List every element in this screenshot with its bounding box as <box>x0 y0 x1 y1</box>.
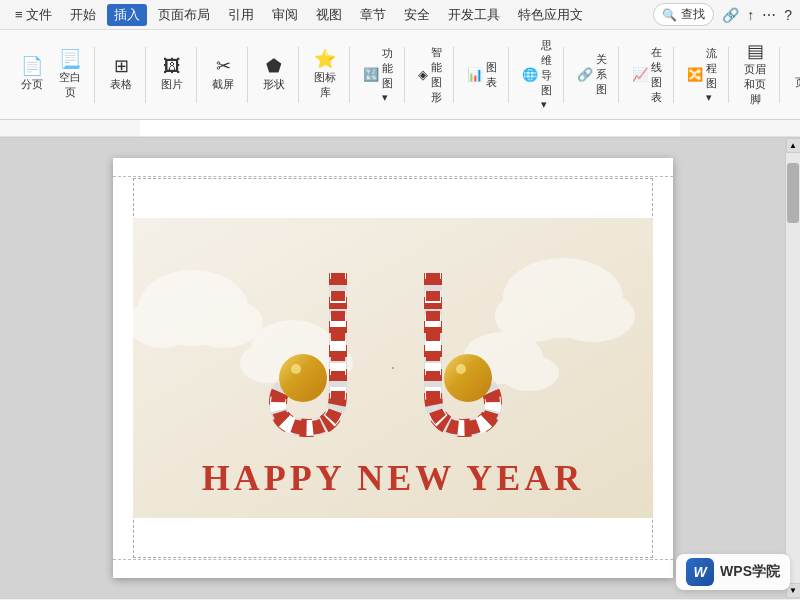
wps-badge[interactable]: W WPS学院 <box>676 554 790 590</box>
flowchart-icon: 🔀 <box>687 67 703 82</box>
svg-point-9 <box>551 290 635 342</box>
menu-start[interactable]: 开始 <box>63 4 103 26</box>
mindmap-label: 思维导图▾ <box>541 38 552 111</box>
smartshape-button[interactable]: ◈ 智能图形 <box>413 43 447 107</box>
table-label: 表格 <box>110 77 132 92</box>
help-icon[interactable]: ? <box>784 7 792 23</box>
menu-features[interactable]: 特色应用文 <box>511 4 590 26</box>
shapes-label: 形状 <box>263 77 285 92</box>
menu-devtools[interactable]: 开发工具 <box>441 4 507 26</box>
ribbon-group-screenshot: ✂ 截屏 <box>199 47 248 103</box>
title-right-icons: 🔍 查找 🔗 ↑ ⋯ ? <box>653 3 792 26</box>
menu-chapter[interactable]: 章节 <box>353 4 393 26</box>
insert-image-button[interactable]: 🖼 图片 <box>154 54 190 95</box>
chart-label: 图表 <box>486 60 497 90</box>
svg-point-19 <box>456 364 466 374</box>
share-icon[interactable]: 🔗 <box>722 7 739 23</box>
document-scroll[interactable]: HAPPY NEW YEAR <box>0 138 785 598</box>
document-page: HAPPY NEW YEAR <box>113 158 673 578</box>
search-label: 查找 <box>681 6 705 23</box>
menu-layout[interactable]: 页面布局 <box>151 4 217 26</box>
ribbon-group-table: ⊞ 表格 <box>97 47 146 103</box>
onlinechart-label: 在线图表 <box>651 45 662 105</box>
insert-table-button[interactable]: ⊞ 表格 <box>103 54 139 95</box>
wps-logo-letter: W <box>694 564 707 580</box>
shapes-button[interactable]: ⬟ 形状 <box>256 54 292 95</box>
scrollbar-track[interactable] <box>786 153 800 583</box>
reldiagram-label: 关系图 <box>596 52 607 97</box>
iconlib-button[interactable]: ⭐ 图标库 <box>307 47 343 103</box>
blank-page-label: 空白页 <box>57 70 83 100</box>
headerfooter-button[interactable]: ▤ 页眉和页脚 <box>737 39 773 110</box>
card-image: HAPPY NEW YEAR <box>133 218 653 518</box>
reldiagram-button[interactable]: 🔗 关系图 <box>572 50 612 99</box>
vertical-scrollbar[interactable]: ▲ ▼ <box>785 138 800 598</box>
ribbon-group-page: 📄 分页 📃 空白页 <box>8 47 95 103</box>
reldiagram-icon: 🔗 <box>577 67 593 82</box>
ribbon-group-mindmap: 🌐 思维导图▾ <box>511 47 564 103</box>
pagenumber-button[interactable]: # 页码 <box>788 56 800 93</box>
ribbon-group-shapes: ⬟ 形状 <box>250 47 299 103</box>
ribbon-group-iconlib: ⭐ 图标库 <box>301 47 350 103</box>
ribbon-group-onlinechart: 📈 在线图表 <box>621 47 674 103</box>
card-decoration-svg: HAPPY NEW YEAR <box>133 218 653 518</box>
svg-rect-1 <box>140 120 680 138</box>
export-icon[interactable]: ↑ <box>747 7 754 23</box>
mindmap-button[interactable]: 🌐 思维导图▾ <box>517 36 557 113</box>
document-area: HAPPY NEW YEAR ▲ ▼ <box>0 138 800 598</box>
blank-page-icon: 📃 <box>59 50 81 68</box>
smartshape-icon: ◈ <box>418 67 428 82</box>
insert-blank-page-button[interactable]: 📃 空白页 <box>52 47 88 103</box>
svg-point-18 <box>444 354 492 402</box>
menu-insert[interactable]: 插入 <box>107 4 147 26</box>
svg-text:HAPPY NEW YEAR: HAPPY NEW YEAR <box>201 458 584 498</box>
table-icon: ⊞ <box>114 57 129 75</box>
ribbon-group-pagenumber: # 页码 <box>782 47 800 103</box>
funcdiagram-icon: 🔣 <box>363 67 379 82</box>
menu-bar: ≡ 文件 开始 插入 页面布局 引用 审阅 视图 章节 安全 开发工具 特色应用… <box>8 4 653 26</box>
headerfooter-icon: ▤ <box>747 42 764 60</box>
svg-point-16 <box>279 354 327 402</box>
menu-ref[interactable]: 引用 <box>221 4 261 26</box>
search-box[interactable]: 🔍 查找 <box>653 3 714 26</box>
insert-page-break-button[interactable]: 📄 分页 <box>14 54 50 95</box>
ribbon-group-smartshape: ◈ 智能图形 <box>407 47 454 103</box>
shapes-icon: ⬟ <box>266 57 282 75</box>
smartshape-label: 智能图形 <box>431 45 442 105</box>
onlinechart-button[interactable]: 📈 在线图表 <box>627 43 667 107</box>
flowchart-button[interactable]: 🔀 流程图▾ <box>682 44 722 106</box>
search-icon: 🔍 <box>662 8 677 22</box>
ribbon-group-funcdiagram: 🔣 功能图▾ <box>352 47 405 103</box>
mindmap-icon: 🌐 <box>522 67 538 82</box>
more-icon[interactable]: ⋯ <box>762 7 776 23</box>
image-icon: 🖼 <box>163 57 181 75</box>
ribbon-group-image: 🖼 图片 <box>148 47 197 103</box>
page-break-label: 分页 <box>21 77 43 92</box>
ribbon-group-chart: 📊 图表 <box>456 47 509 103</box>
screenshot-icon: ✂ <box>216 57 231 75</box>
title-bar: ≡ 文件 开始 插入 页面布局 引用 审阅 视图 章节 安全 开发工具 特色应用… <box>0 0 800 30</box>
iconlib-icon: ⭐ <box>314 50 336 68</box>
svg-point-17 <box>291 364 301 374</box>
flowchart-label: 流程图▾ <box>706 46 717 104</box>
card-background: HAPPY NEW YEAR <box>133 218 653 518</box>
screenshot-button[interactable]: ✂ 截屏 <box>205 54 241 95</box>
menu-security[interactable]: 安全 <box>397 4 437 26</box>
scrollbar-thumb[interactable] <box>787 163 799 223</box>
funcdiagram-button[interactable]: 🔣 功能图▾ <box>358 44 398 106</box>
onlinechart-icon: 📈 <box>632 67 648 82</box>
chart-button[interactable]: 📊 图表 <box>462 58 502 92</box>
ribbon-group-headerfooter: ▤ 页眉和页脚 <box>731 47 780 103</box>
file-menu[interactable]: ≡ 文件 <box>8 4 59 26</box>
headerfooter-label: 页眉和页脚 <box>742 62 768 107</box>
svg-point-15 <box>499 355 559 391</box>
ribbon: 📄 分页 📃 空白页 ⊞ 表格 🖼 <box>0 30 800 120</box>
funcdiagram-label: 功能图▾ <box>382 46 393 104</box>
menu-review[interactable]: 审阅 <box>265 4 305 26</box>
scroll-up-button[interactable]: ▲ <box>786 138 801 153</box>
pagenumber-label: 页码 <box>795 75 800 90</box>
svg-point-6 <box>183 298 263 348</box>
ruler: // generated in inline style below <box>0 120 800 138</box>
ribbon-group-flowchart: 🔀 流程图▾ <box>676 47 729 103</box>
menu-view[interactable]: 视图 <box>309 4 349 26</box>
